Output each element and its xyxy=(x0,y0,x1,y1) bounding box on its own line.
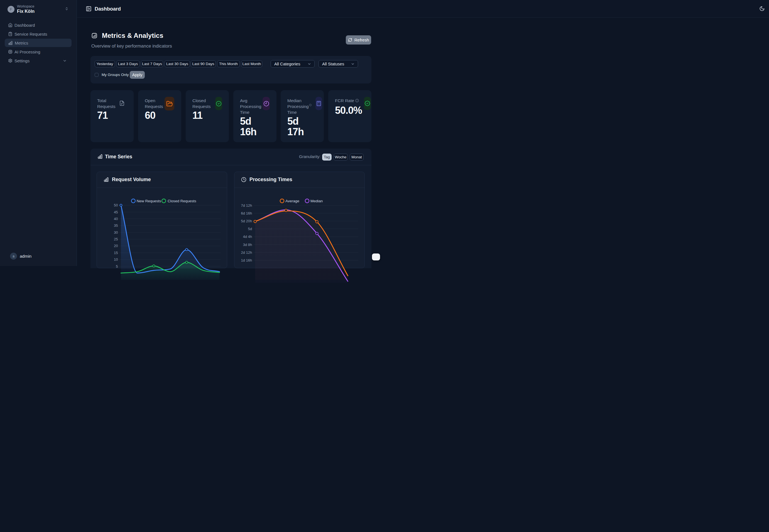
svg-text:10: 10 xyxy=(114,257,118,262)
svg-text:7d 12h: 7d 12h xyxy=(241,203,252,208)
svg-text:4d 4h: 4d 4h xyxy=(243,235,252,239)
svg-text:Median: Median xyxy=(310,199,323,203)
svg-text:Closed Requests: Closed Requests xyxy=(168,199,196,203)
svg-text:5: 5 xyxy=(116,264,118,266)
svg-text:15: 15 xyxy=(114,251,118,255)
svg-text:3d 8h: 3d 8h xyxy=(243,243,252,247)
svg-text:Average: Average xyxy=(285,199,299,203)
svg-text:40: 40 xyxy=(114,217,118,221)
svg-text:30: 30 xyxy=(114,230,118,235)
svg-text:5d 20h: 5d 20h xyxy=(241,219,252,223)
svg-text:6d 16h: 6d 16h xyxy=(241,211,252,215)
svg-text:New Requests: New Requests xyxy=(137,199,161,203)
svg-text:50: 50 xyxy=(114,203,118,207)
svg-text:5d: 5d xyxy=(248,227,252,231)
svg-text:1d 16h: 1d 16h xyxy=(241,258,252,262)
svg-text:35: 35 xyxy=(114,223,118,228)
svg-text:2d 12h: 2d 12h xyxy=(241,250,252,255)
svg-text:25: 25 xyxy=(114,237,118,241)
svg-text:45: 45 xyxy=(114,210,118,214)
svg-text:20: 20 xyxy=(114,244,118,248)
